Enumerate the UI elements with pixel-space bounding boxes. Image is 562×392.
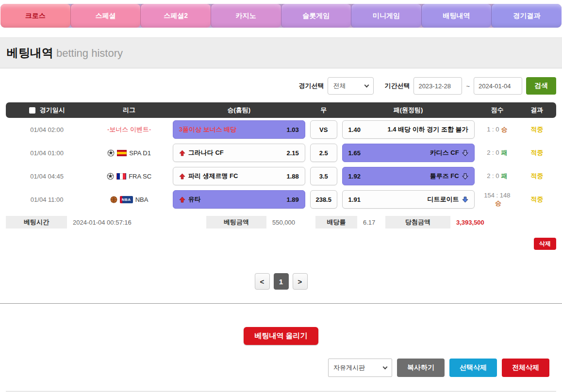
league-cell: -보너스 이벤트- [88,125,170,134]
nba-logo: NBA [120,196,133,203]
bet-amount-label: 베팅금액 [206,216,266,229]
select-all-checkbox[interactable] [29,107,35,114]
draw-bet-box: VS [310,120,337,139]
main-nav: 크로스 스페셜 스페셜2 카지노 슬롯게임 미니게임 배팅내역 경기결과 [0,4,562,28]
match-datetime: 01/04 01:00 [6,149,88,157]
draw-bet-box: 238.5 [310,190,337,209]
lose-team-name: 카디스 CF [364,148,459,157]
odds-total-value: 6.17 [357,219,385,226]
draw-bet-box: 2.5 [310,144,337,162]
match-datetime: 01/04 11:00 [6,196,88,203]
board-select-value: 자유게시판 [333,363,365,372]
lose-bet-box: 1.92 툴루즈 FC [342,167,475,185]
bet-amount-value: 550,000 [266,219,315,226]
nav-tab-casino[interactable]: 카지노 [211,4,281,28]
header-draw: 무 [308,106,340,114]
lose-odds: 1.91 [348,196,361,203]
draw-value: 3.5 [319,173,328,180]
draw-value: 2.5 [319,149,328,157]
win-bet-box: 그라나다 CF 2.15 [173,144,305,162]
lose-team-name: 툴루즈 FC [364,172,459,180]
up-arrow-icon [179,150,185,156]
lose-odds: 1.92 [348,173,361,180]
game-select-value: 전체 [333,82,346,90]
result-cell: 적중 [517,195,556,204]
score-value: 1 : 0 [487,126,499,133]
table-row: 01/04 01:00 SPA D1 그라나다 CF 2.15 2.5 1.65… [6,141,556,164]
win-odds: 1.89 [287,196,299,203]
up-arrow-icon [179,196,185,203]
header-win: 승(홈팀) [170,106,308,114]
odds-total-label: 배당률 [315,216,357,229]
delete-row: 삭제 [6,238,556,250]
nav-tab-betting-history[interactable]: 배팅내역 [421,4,492,28]
next-page-button[interactable]: > [293,273,308,290]
header-datetime: 경기일시 [40,106,65,114]
prev-page-button[interactable]: < [255,273,270,290]
score-value: 2 : 0 [487,149,499,156]
lose-team-name: 디트로이트 [364,195,459,204]
date-to-input[interactable] [474,77,522,95]
chevron-down-icon [383,364,388,369]
search-button[interactable]: 검색 [526,77,556,95]
win-team-name: 파리 생제르맹 FC [188,172,284,180]
bet-time-label: 베팅시간 [6,216,67,229]
page-title-bar: 베팅내역betting history [0,37,562,68]
win-bet-box: 3폴이상 보너스 배당 1.03 [173,120,305,139]
score-cell: 154 : 148 승 [477,192,518,208]
outcome-label: 승 [501,126,508,133]
result-label: 적중 [530,149,543,156]
league-label: -보너스 이벤트- [107,125,151,134]
date-separator: ~ [466,82,470,90]
result-label: 적중 [530,172,543,180]
bet-summary-row: 베팅시간 2024-01-04 00:57:16 베팅금액 550,000 배당… [6,216,556,229]
delete-button[interactable]: 삭제 [534,238,556,250]
spain-flag-icon [117,150,127,156]
win-bet-box: 파리 생제르맹 FC 1.88 [173,167,305,185]
draw-bet-box: 3.5 [310,167,337,185]
board-select[interactable]: 자유게시판 [328,359,392,377]
delete-selected-button[interactable]: 선택삭제 [449,359,497,377]
score-value: 154 : 148 [484,192,510,199]
chevron-down-icon [364,82,369,87]
down-arrow-icon [462,150,468,156]
win-team-name: 3폴이상 보너스 배당 [179,125,284,134]
header-league: 리그 [88,106,170,114]
bet-time-value: 2024-01-04 00:57:16 [67,219,206,226]
current-page[interactable]: 1 [274,273,289,290]
table-header: 경기일시 리그 승(홈팀) 무 패(원정팀) 점수 결과 [6,102,556,118]
delete-all-button[interactable]: 전체삭제 [502,359,549,377]
win-team-name: 그라나다 CF [188,148,284,157]
nav-tab-minigame[interactable]: 미니게임 [351,4,421,28]
result-cell: 적중 [517,125,556,134]
nav-tab-special2[interactable]: 스페셜2 [140,4,211,28]
table-row: 01/04 04:45 FRA SC 파리 생제르맹 FC 1.88 3.5 1… [6,164,556,188]
nav-tab-game-results[interactable]: 경기결과 [491,4,562,28]
league-cell: NBA NBA [88,196,170,203]
header-lose: 패(원정팀) [340,106,477,114]
down-arrow-icon [462,196,468,203]
result-cell: 적중 [517,148,556,157]
league-label: FRA SC [129,173,151,180]
date-from-input[interactable] [413,77,462,95]
section-divider [0,303,562,304]
win-odds: 2.15 [287,149,299,157]
league-cell: SPA D1 [88,149,170,157]
page-subtitle: betting history [56,47,123,59]
game-select[interactable]: 전체 [328,77,374,95]
copy-button[interactable]: 복사하기 [397,359,445,377]
win-team-name: 유타 [188,195,284,204]
match-datetime: 01/04 02:00 [6,126,88,133]
nav-tab-cross[interactable]: 크로스 [0,4,70,28]
nav-tab-special[interactable]: 스페셜 [70,4,141,28]
result-cell: 적중 [517,172,556,180]
period-label: 기간선택 [384,82,410,90]
score-cell: 2 : 0패 [477,148,518,157]
score-cell: 1 : 0승 [477,125,518,134]
win-amount-label: 당첨금액 [385,216,450,229]
soccer-ball-icon [107,173,114,180]
upload-betting-history-button[interactable]: 베팅내역 올리기 [244,327,318,345]
lose-bet-box: 1.91 디트로이트 [342,190,475,209]
lose-odds: 1.40 [348,126,361,133]
nav-tab-slots[interactable]: 슬롯게임 [281,4,351,28]
